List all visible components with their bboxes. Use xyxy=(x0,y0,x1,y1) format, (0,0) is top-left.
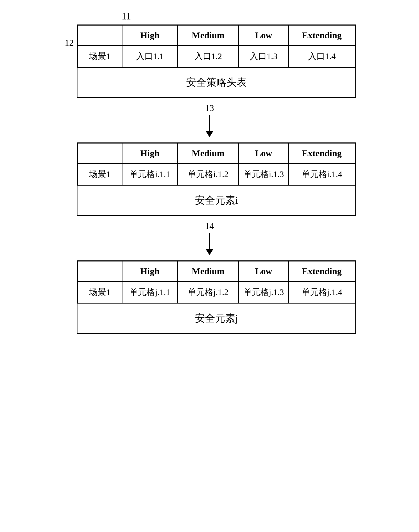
table1-header-low: Low xyxy=(239,25,289,46)
table1-header-high: High xyxy=(122,25,178,46)
table1-header-empty xyxy=(78,25,122,46)
table2-row1-scene: 场景1 xyxy=(78,163,122,185)
table1-header-row: High Medium Low Extending xyxy=(78,25,355,46)
table1-section: 12 High Medium Low Extending 场景1 入口1.1 xyxy=(63,24,356,98)
table1-footer-row: 安全策略头表 xyxy=(78,67,355,97)
arrow-14-section: 14 xyxy=(205,221,214,255)
table2-footer-row: 安全元素i xyxy=(78,185,355,215)
table2-header-high: High xyxy=(122,143,178,163)
table3-section: 12 High Medium Low Extending 场景1 单元格j.1.… xyxy=(63,260,356,334)
label-13: 13 xyxy=(205,103,214,113)
table3-header-extending: Extending xyxy=(289,261,355,281)
table2-header-extending: Extending xyxy=(289,143,355,163)
table1-header-extending: Extending xyxy=(289,25,355,46)
label-14: 14 xyxy=(205,221,214,231)
table3-row1: 场景1 单元格j.1.1 单元格j.1.2 单元格j.1.3 单元格j.1.4 xyxy=(78,281,355,303)
table1-row1-scene: 场景1 xyxy=(78,46,122,67)
table3-row1-extending: 单元格j.1.4 xyxy=(289,281,355,303)
table3-header-low: Low xyxy=(239,261,289,281)
label-12: 12 xyxy=(63,38,74,48)
table1-wrapper: High Medium Low Extending 场景1 入口1.1 入口1.… xyxy=(77,24,356,98)
table2: High Medium Low Extending 场景1 单元格i.1.1 单… xyxy=(77,143,355,215)
table3-header-high: High xyxy=(122,261,178,281)
arrow-13-section: 13 xyxy=(205,103,214,137)
table3-row1-scene: 场景1 xyxy=(78,281,122,303)
table2-footer: 安全元素i xyxy=(78,185,355,215)
arrow-13-head xyxy=(206,131,213,137)
label-11: 11 xyxy=(122,11,131,22)
table3-row1-high: 单元格j.1.1 xyxy=(122,281,178,303)
table3-row1-low: 单元格j.1.3 xyxy=(239,281,289,303)
table1-row1-medium: 入口1.2 xyxy=(178,46,239,67)
arrow-14-line xyxy=(209,233,210,249)
table3-row1-medium: 单元格j.1.2 xyxy=(178,281,239,303)
arrow-13 xyxy=(206,115,213,137)
table2-row1-low: 单元格i.1.3 xyxy=(239,163,289,185)
table3-header-medium: Medium xyxy=(178,261,239,281)
table1-row1-extending: 入口1.4 xyxy=(289,46,355,67)
table3-wrapper: High Medium Low Extending 场景1 单元格j.1.1 单… xyxy=(77,260,356,334)
table1-row1: 场景1 入口1.1 入口1.2 入口1.3 入口1.4 xyxy=(78,46,355,67)
arrow-13-line xyxy=(209,115,210,131)
table3-footer-row: 安全元素j xyxy=(78,303,355,333)
table2-row1-medium: 单元格i.1.2 xyxy=(178,163,239,185)
table3-footer: 安全元素j xyxy=(78,303,355,333)
table2-header-row: High Medium Low Extending xyxy=(78,143,355,163)
table2-section: 12 High Medium Low Extending 场景1 单元格i.1.… xyxy=(63,142,356,216)
table3: High Medium Low Extending 场景1 单元格j.1.1 单… xyxy=(77,261,355,333)
table1-header-medium: Medium xyxy=(178,25,239,46)
arrow-14-head xyxy=(206,249,213,255)
table2-row1-high: 单元格i.1.1 xyxy=(122,163,178,185)
table2-row1-extending: 单元格i.1.4 xyxy=(289,163,355,185)
table1-row1-high: 入口1.1 xyxy=(122,46,178,67)
table2-header-low: Low xyxy=(239,143,289,163)
table1: High Medium Low Extending 场景1 入口1.1 入口1.… xyxy=(77,25,355,97)
table2-header-medium: Medium xyxy=(178,143,239,163)
table1-footer: 安全策略头表 xyxy=(78,67,355,97)
table3-header-empty xyxy=(78,261,122,281)
main-diagram: 11 12 High Medium Low Extending 场景1 xyxy=(63,11,356,334)
table2-row1: 场景1 单元格i.1.1 单元格i.1.2 单元格i.1.3 单元格i.1.4 xyxy=(78,163,355,185)
table3-header-row: High Medium Low Extending xyxy=(78,261,355,281)
table2-wrapper: High Medium Low Extending 场景1 单元格i.1.1 单… xyxy=(77,142,356,216)
table1-row1-low: 入口1.3 xyxy=(239,46,289,67)
table2-header-empty xyxy=(78,143,122,163)
arrow-14 xyxy=(206,233,213,255)
